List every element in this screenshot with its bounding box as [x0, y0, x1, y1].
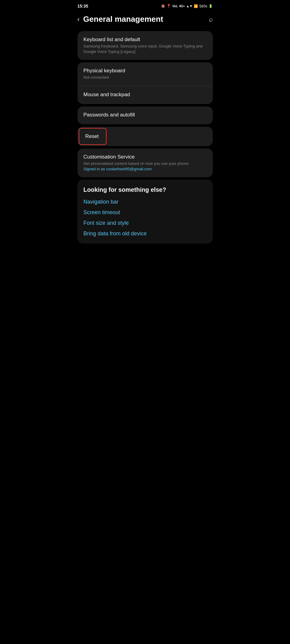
back-button[interactable]: ‹	[77, 15, 80, 23]
customisation-signed-in: Signed in as coolarihant95@gmail.com	[84, 166, 207, 172]
passwords-title: Passwords and autofill	[84, 112, 207, 118]
search-button[interactable]: ⌕	[209, 15, 213, 23]
keyboard-list-card: Keyboard list and default Samsung Keyboa…	[77, 31, 213, 60]
status-time: 15:35	[77, 4, 88, 8]
mute-icon: 🔇	[161, 4, 165, 8]
location-icon: 📍	[166, 4, 171, 8]
keyboard-list-subtitle: Samsung Keyboard, Samsung voice input, G…	[84, 44, 207, 54]
customisation-subtitle: Get personalised content based on how yo…	[84, 161, 207, 166]
signal-icon: ▲▼	[186, 4, 193, 8]
reset-item[interactable]: Reset	[77, 127, 213, 146]
reset-card: Reset	[77, 127, 213, 146]
status-icons: 🔇 📍 VoL 4G+ ▲▼ 📶 56% 🔋	[161, 4, 213, 8]
font-size-link[interactable]: Font size and style	[84, 220, 207, 226]
nav-bar-link[interactable]: Navigation bar	[84, 199, 207, 205]
network-4g-icon: 4G+	[179, 5, 185, 8]
looking-title: Looking for something else?	[84, 186, 207, 193]
screen-timeout-link[interactable]: Screen timeout	[84, 209, 207, 216]
volte-icon: VoL	[172, 5, 178, 8]
keyboard-list-title: Keyboard list and default	[84, 37, 207, 43]
bring-data-link[interactable]: Bring data from old device	[84, 230, 207, 237]
page-header: ‹ General management ⌕	[73, 11, 218, 29]
mouse-trackpad-item[interactable]: Mouse and trackpad	[77, 86, 213, 104]
passwords-item[interactable]: Passwords and autofill	[77, 106, 213, 124]
header-left: ‹ General management	[77, 15, 163, 24]
status-bar: 15:35 🔇 📍 VoL 4G+ ▲▼ 📶 56% 🔋	[73, 0, 218, 11]
reset-title: Reset	[85, 133, 99, 139]
physical-keyboard-subtitle: Not connected	[84, 75, 207, 80]
battery-icon: 🔋	[209, 4, 213, 8]
customisation-title: Customisation Service	[84, 154, 207, 160]
physical-keyboard-item[interactable]: Physical keyboard Not connected	[77, 62, 213, 86]
passwords-card: Passwords and autofill	[77, 106, 213, 124]
mouse-trackpad-title: Mouse and trackpad	[84, 92, 207, 98]
looking-section: Looking for something else? Navigation b…	[77, 180, 213, 244]
physical-keyboard-title: Physical keyboard	[84, 68, 207, 74]
customisation-item[interactable]: Customisation Service Get personalised c…	[77, 149, 213, 177]
input-devices-card: Physical keyboard Not connected Mouse an…	[77, 62, 213, 104]
keyboard-list-item[interactable]: Keyboard list and default Samsung Keyboa…	[77, 31, 213, 60]
customisation-card: Customisation Service Get personalised c…	[77, 149, 213, 177]
wifi-bars-icon: 📶	[194, 4, 198, 8]
battery-level: 56%	[199, 4, 207, 8]
page-title: General management	[83, 15, 163, 24]
